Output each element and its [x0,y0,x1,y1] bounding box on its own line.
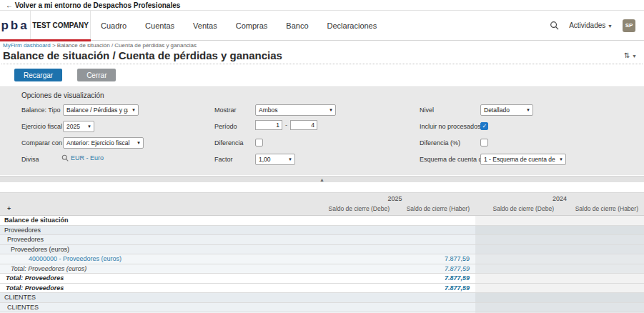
reload-button[interactable]: Recargar [14,69,62,81]
app-logo[interactable]: pba [1,19,29,33]
periodo-to-input[interactable] [290,120,317,130]
cell-h24 [560,264,644,274]
row-label[interactable]: 40000000 - Proveedores (euros) [0,255,314,262]
cell-d24 [475,264,560,274]
brand-underline [0,39,91,41]
diferencia-checkbox[interactable] [255,139,263,146]
year-2025-header: 2025 [314,193,475,204]
toolbar: Recargar Cerrar [0,64,644,86]
mostrar-select[interactable]: Ambos ▼ [255,104,336,116]
chevron-down-icon: ▼ [526,108,530,112]
year-header-row: 2025 2024 [0,193,644,204]
options-title: Opciones de visualización [0,90,644,104]
menu-item-cuadro[interactable]: Cuadro [101,21,127,30]
factor-select[interactable]: 1,00 ▼ [255,154,295,165]
periodo-from-input[interactable] [255,120,282,130]
cell-h24 [560,293,644,302]
mostrar-value: Ambos [259,106,325,114]
back-bar: ← Volver a mi entorno de Despachos Profe… [0,0,644,11]
chevron-down-icon: ▼ [288,157,292,162]
cell-d24 [475,245,560,254]
balance-type-value: Balance / Pérdidas y ganancias [66,106,128,114]
cell-d24 [475,235,560,244]
menu-item-banco[interactable]: Banco [286,21,308,30]
row-label: Total: Proveedores (euros) [0,265,314,272]
avatar[interactable]: SP [623,19,635,32]
options-row-3: Comparar con Anterior: Ejercicio fiscal … [0,136,644,153]
menu-item-ventas[interactable]: Ventas [193,21,217,30]
divisa-value[interactable]: EUR - Euro [71,154,104,162]
incluir-checkbox[interactable] [480,122,488,130]
sort-control[interactable]: ⇅ ▼ [624,49,637,59]
chevron-down-icon: ▼ [559,157,563,162]
incluir-label: Incluir no procesados [420,123,481,130]
col-header-haber-2025: Saldo de cierre (Haber) [395,204,475,215]
expand-all-icon[interactable]: + [4,205,11,212]
cell-h25: 7.877,59 [395,265,475,272]
table-row: CLIENTES [0,303,644,313]
col-header-debe-2024: Saldo de cierre (Debe) [475,204,560,215]
search-icon[interactable] [550,21,559,30]
cell-d24 [475,274,560,283]
divisa-label: Divisa [21,156,39,163]
cell-h24 [560,284,644,293]
close-button[interactable]: Cerrar [77,69,116,81]
row-label: Proveedores [0,227,314,234]
mostrar-label: Mostrar [214,106,237,114]
cell-d24 [475,293,560,302]
cell-h24 [560,235,644,244]
divisa-picker[interactable]: EUR - Euro [61,154,104,162]
diferencia-pct-checkbox[interactable] [480,139,488,146]
cell-h24 [560,216,644,225]
esquema-select[interactable]: 1 - Esquema de cuenta de mayor ▼ [480,154,566,165]
table-row: Proveedores [0,235,644,245]
table-row: Balance de situación [0,216,644,226]
ejercicio-select[interactable]: 2025 ▼ [63,121,94,132]
menu-item-declaraciones[interactable]: Declaraciones [327,21,377,30]
panel-collapse-handle[interactable]: ▲ [0,176,644,182]
app-header: pba TEST COMPANY Cuadro Cuentas Ventas C… [0,11,644,41]
ejercicio-label: Ejercicio fiscal [21,123,62,130]
year-header-spacer [0,193,314,204]
cell-h24 [560,254,644,264]
back-link[interactable]: ← Volver a mi entorno de Despachos Profe… [6,1,180,9]
menu-item-cuentas[interactable]: Cuentas [145,21,174,30]
cell-h24 [560,245,644,254]
company-selector[interactable]: TEST COMPANY [31,11,91,40]
cell-d24 [475,216,560,225]
balance-type-select[interactable]: Balance / Pérdidas y ganancias ▼ [63,104,139,116]
cell-h25: 7.877,59 [395,284,475,292]
cell-h25: 7.877,59 [395,255,475,262]
periodo-range: - [255,120,317,130]
balance-table: 2025 2024 + Saldo de cierre (Debe) Saldo… [0,192,644,313]
nivel-label: Nivel [420,106,434,114]
comparar-select[interactable]: Anterior: Ejercicio fiscal ▼ [63,137,144,149]
activities-dropdown[interactable]: Actividades ▼ [569,21,613,29]
periodo-label: Período [214,123,237,130]
balance-type-label: Balance: Tipo [21,106,61,114]
row-label: Proveedores [0,236,314,243]
menu-item-compras[interactable]: Compras [236,21,268,30]
nivel-value: Detallado [484,106,522,114]
year-2024-header: 2024 [475,193,644,204]
diferencia-pct-label: Diferencia (%) [420,139,460,146]
main-menu: Cuadro Cuentas Ventas Compras Banco Decl… [91,11,377,40]
breadcrumb-separator: > [52,42,56,49]
chevron-down-icon: ▼ [608,24,613,29]
breadcrumb-link[interactable]: MyFirm dashboard [3,42,51,49]
chevron-down-icon: ▼ [329,108,333,112]
factor-label: Factor [214,156,233,163]
periodo-separator: - [285,121,287,129]
column-header-row: + Saldo de cierre (Debe) Saldo de cierre… [0,204,644,215]
chevron-up-icon: ▲ [319,178,325,182]
row-label: Proveedores (euros) [0,246,314,253]
nivel-select[interactable]: Detallado ▼ [480,104,533,116]
row-label: Balance de situación [0,217,314,224]
cell-h24 [560,226,644,235]
options-row-4: Divisa EUR - Euro Factor 1,00 ▼ Esquema … [0,153,644,169]
title-row: Balance de situación / Cuenta de pérdida… [0,49,644,61]
cell-h24 [560,274,644,283]
col-header-debe-2025: Saldo de cierre (Debe) [314,204,395,215]
magnifier-icon [61,154,69,162]
table-row: Proveedores [0,226,644,236]
